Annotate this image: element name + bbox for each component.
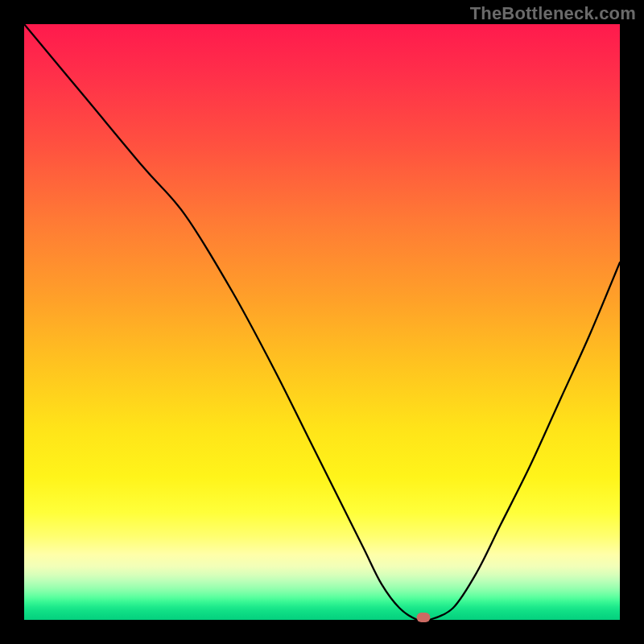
chart-frame: TheBottleneck.com	[0, 0, 644, 644]
curve-layer	[24, 24, 620, 620]
optimal-marker-dot	[416, 613, 430, 622]
bottleneck-curve-path	[24, 24, 620, 620]
watermark-text: TheBottleneck.com	[470, 3, 636, 24]
plot-area	[24, 24, 620, 620]
